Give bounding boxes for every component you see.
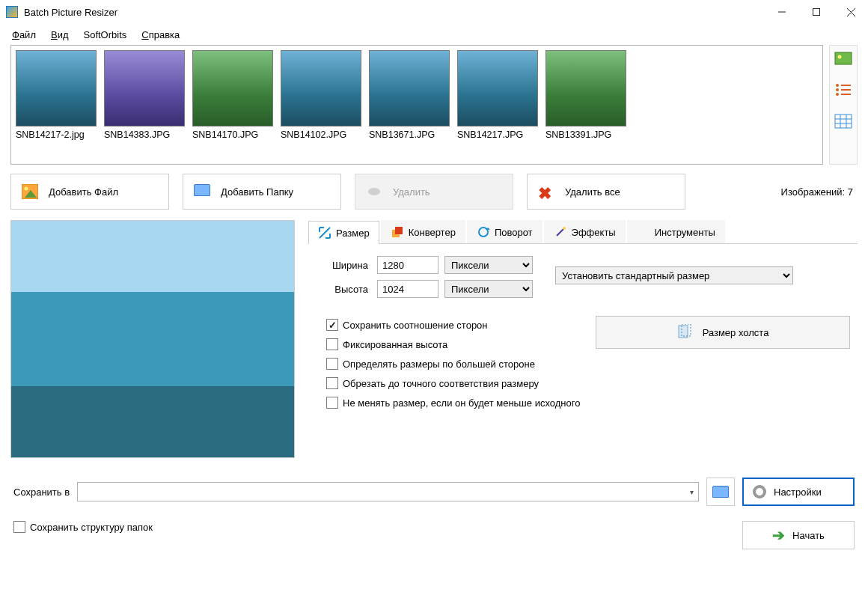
start-button[interactable]: ➔ Начать bbox=[742, 521, 855, 549]
fixed-height-checkbox[interactable]: Фиксированная высота bbox=[326, 338, 581, 350]
eraser-icon bbox=[366, 184, 382, 199]
x-icon: ✖ bbox=[538, 184, 554, 199]
tab-converter-label: Конвертер bbox=[409, 227, 456, 238]
thumbnail-image bbox=[281, 50, 361, 126]
delete-label: Удалить bbox=[393, 186, 430, 198]
view-details-icon[interactable] bbox=[834, 113, 852, 129]
keep-ratio-label: Сохранить соотношение сторон bbox=[343, 320, 488, 331]
svg-rect-1 bbox=[813, 9, 820, 16]
no-resize-smaller-checkbox[interactable]: Не менять размер, если он будет меньше и… bbox=[326, 397, 581, 409]
svg-point-26 bbox=[563, 227, 566, 230]
delete-button: Удалить bbox=[355, 174, 513, 210]
thumbnail-image bbox=[457, 50, 538, 126]
width-label: Ширина bbox=[316, 260, 368, 271]
thumbnail-image bbox=[16, 50, 97, 126]
resize-icon bbox=[318, 226, 331, 240]
preview-image bbox=[10, 220, 295, 458]
canvas-size-button[interactable]: Размер холста bbox=[596, 316, 850, 349]
close-button[interactable] bbox=[834, 0, 868, 24]
svg-rect-12 bbox=[835, 115, 852, 128]
delete-all-label: Удалить все bbox=[565, 186, 620, 198]
crop-exact-checkbox[interactable]: Обрезать до точного соответствия размеру bbox=[326, 377, 581, 389]
width-unit-select[interactable]: Пиксели bbox=[444, 256, 533, 274]
folder-icon bbox=[712, 486, 729, 498]
thumbnail-image bbox=[369, 50, 450, 126]
view-mode-bar bbox=[829, 45, 858, 165]
no-resize-smaller-label: Не менять размер, если он будет меньше и… bbox=[343, 397, 580, 409]
menu-help[interactable]: Справка bbox=[135, 26, 186, 43]
checkbox-icon bbox=[326, 377, 338, 389]
svg-point-10 bbox=[836, 93, 839, 96]
thumbnail-list[interactable]: SNB14217-2.jpgSNB14383.JPGSNB14170.JPGSN… bbox=[10, 45, 823, 165]
canvas-size-label: Размер холста bbox=[703, 327, 769, 338]
svg-line-25 bbox=[557, 228, 564, 236]
height-unit-select[interactable]: Пиксели bbox=[444, 280, 533, 298]
menu-file[interactable]: Файл bbox=[6, 26, 42, 43]
checkbox-icon bbox=[326, 319, 338, 331]
crop-exact-label: Обрезать до точного соответствия размеру bbox=[343, 378, 539, 389]
thumbnail-image bbox=[545, 50, 626, 126]
tab-size[interactable]: Размер bbox=[308, 221, 379, 244]
toolbar: Добавить Файл Добавить Папку Удалить ✖ У… bbox=[10, 174, 858, 210]
thumbnail-item[interactable]: SNB14217.JPG bbox=[457, 50, 538, 140]
view-list-icon[interactable] bbox=[834, 82, 852, 98]
save-to-label: Сохранить в bbox=[13, 487, 70, 498]
settings-button[interactable]: Настройки bbox=[742, 478, 855, 506]
tab-rotate[interactable]: Поворот bbox=[467, 220, 542, 243]
checkbox-icon bbox=[13, 521, 25, 533]
thumbnail-filename: SNB13671.JPG bbox=[369, 129, 435, 140]
folder-open-icon bbox=[194, 184, 210, 199]
canvas-icon bbox=[677, 324, 694, 341]
tab-effects-label: Эффекты bbox=[572, 227, 616, 238]
tab-effects[interactable]: Эффекты bbox=[544, 220, 626, 243]
rotate-icon bbox=[477, 225, 490, 239]
menu-view[interactable]: Вид bbox=[45, 26, 75, 43]
thumbnail-filename: SNB14217.JPG bbox=[457, 129, 523, 140]
gear-icon bbox=[753, 485, 766, 498]
minimize-button[interactable] bbox=[765, 0, 799, 24]
thumbnail-item[interactable]: SNB14383.JPG bbox=[104, 50, 185, 140]
wand-icon bbox=[554, 225, 567, 239]
delete-all-button[interactable]: ✖ Удалить все bbox=[527, 174, 685, 210]
detect-larger-checkbox[interactable]: Определять размеры по большей стороне bbox=[326, 358, 581, 370]
tab-tools[interactable]: Инструменты bbox=[627, 220, 725, 243]
checkbox-icon bbox=[326, 338, 338, 350]
title-bar: Batch Picture Resizer bbox=[0, 0, 868, 24]
height-input[interactable] bbox=[377, 280, 438, 298]
svg-point-8 bbox=[836, 88, 839, 91]
svg-point-18 bbox=[25, 187, 28, 191]
thumbnail-item[interactable]: SNB14170.JPG bbox=[192, 50, 273, 140]
browse-folder-button[interactable] bbox=[706, 478, 735, 506]
save-path-combobox[interactable]: ▾ bbox=[77, 482, 699, 501]
view-thumbnail-icon[interactable] bbox=[834, 50, 852, 67]
thumbnail-filename: SNB14217-2.jpg bbox=[16, 129, 85, 140]
thumbnail-image bbox=[104, 50, 185, 126]
svg-point-6 bbox=[836, 84, 839, 87]
standard-size-select[interactable]: Установить стандартный размер bbox=[555, 266, 793, 284]
svg-rect-4 bbox=[835, 52, 852, 64]
menu-softorbits[interactable]: SoftOrbits bbox=[78, 26, 133, 43]
maximize-button[interactable] bbox=[799, 0, 834, 24]
add-file-button[interactable]: Добавить Файл bbox=[10, 174, 169, 210]
thumbnail-item[interactable]: SNB14102.JPG bbox=[281, 50, 361, 140]
tab-converter[interactable]: Конвертер bbox=[381, 220, 465, 243]
thumbnail-item[interactable]: SNB14217-2.jpg bbox=[16, 50, 97, 140]
tab-tools-label: Инструменты bbox=[655, 227, 715, 238]
width-input[interactable] bbox=[377, 256, 438, 274]
keep-ratio-checkbox[interactable]: Сохранить соотношение сторон bbox=[326, 319, 581, 331]
window-title: Batch Picture Resizer bbox=[24, 7, 765, 18]
tab-strip: Размер Конвертер Поворот Эффекты Инструм… bbox=[308, 220, 858, 244]
start-label: Начать bbox=[792, 530, 825, 541]
thumbnail-item[interactable]: SNB13671.JPG bbox=[369, 50, 450, 140]
image-count: Изображений: 7 bbox=[781, 186, 858, 198]
svg-point-20 bbox=[368, 188, 380, 195]
menu-bar: Файл Вид SoftOrbits Справка bbox=[0, 24, 868, 45]
app-icon bbox=[6, 6, 18, 18]
keep-folder-structure-checkbox[interactable]: Сохранить структуру папок bbox=[13, 521, 153, 533]
thumbnail-item[interactable]: SNB13391.JPG bbox=[545, 50, 626, 140]
add-file-label: Добавить Файл bbox=[49, 186, 118, 198]
checkbox-icon bbox=[326, 358, 338, 370]
svg-point-5 bbox=[838, 55, 842, 59]
add-folder-button[interactable]: Добавить Папку bbox=[183, 174, 341, 210]
svg-rect-22 bbox=[395, 227, 403, 234]
